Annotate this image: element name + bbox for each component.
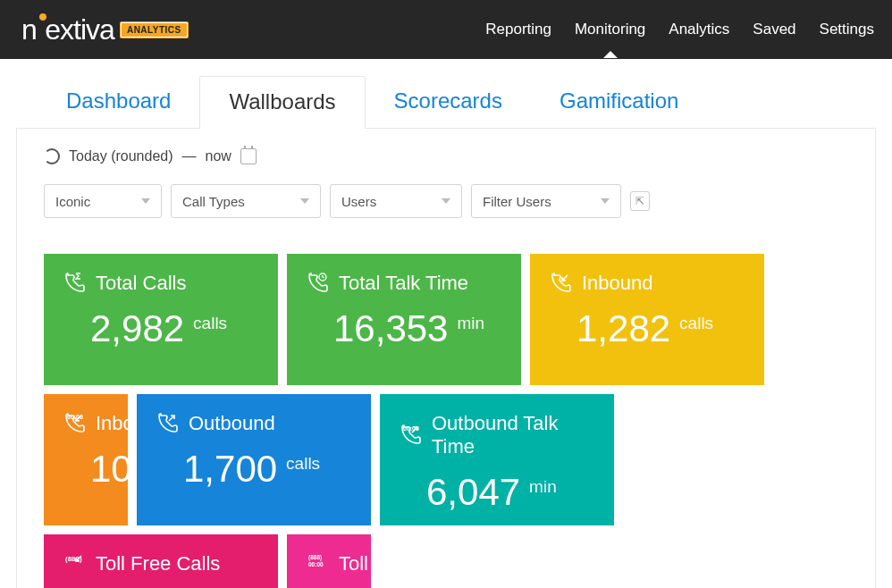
brand-logo: n•extiva ANALYTICS [21, 13, 189, 46]
tile-header: (888)Toll Free Calls [63, 552, 258, 575]
chevron-down-icon [442, 198, 450, 204]
tile-title: Total Talk Time [339, 272, 468, 295]
tile-unit: calls [193, 314, 227, 333]
svg-text:(888): (888) [65, 555, 82, 563]
topbar: n•extiva ANALYTICS Reporting Monitoring … [0, 0, 892, 59]
tile-header: Inbound [550, 272, 745, 295]
date-range-sep: — [182, 148, 197, 164]
main-nav: Reporting Monitoring Analytics Saved Set… [485, 21, 874, 38]
sub-tabs: Dashboard Wallboards Scorecards Gamifica… [16, 59, 876, 129]
phone-out-icon [156, 412, 180, 435]
users-select[interactable]: Users [330, 184, 462, 218]
chevron-down-icon [300, 198, 309, 204]
svg-text:00:00: 00:00 [403, 425, 419, 432]
select-value: Users [341, 194, 376, 209]
tollfree-clock-icon: (888)00:00 [307, 552, 330, 575]
chevron-down-icon [601, 198, 610, 204]
tile-value-row: 2,982calls [63, 307, 258, 350]
metric-tile[interactable]: Inbound1,282calls [530, 254, 764, 385]
tile-value: 10,306 [90, 448, 128, 491]
date-range-end[interactable]: now [206, 148, 231, 164]
tile-title: Inbound [582, 272, 653, 295]
nav-reporting[interactable]: Reporting [485, 21, 551, 38]
tile-title: Outbound [189, 412, 275, 435]
nav-settings[interactable]: Settings [820, 21, 874, 38]
refresh-icon[interactable] [44, 148, 60, 164]
metric-tile[interactable]: (888)00:00Toll Free Talk Time0min [287, 534, 371, 588]
tile-value-row: 6,047min [400, 471, 594, 514]
svg-text:00:00: 00:00 [308, 561, 324, 567]
logo-text: e [45, 13, 60, 46]
tile-header: (888)00:00Toll Free Talk Time [307, 552, 371, 575]
phone-clock-icon [307, 272, 330, 295]
phone-out-clock-icon: 00:00 [400, 424, 423, 447]
tile-value: 2,982 [90, 307, 184, 350]
tile-title: Toll Free Talk Time [339, 552, 371, 575]
metric-tile[interactable]: Outbound1,700calls [137, 394, 371, 525]
tile-value-row: 16,353min [307, 307, 501, 350]
tile-title: Inbound Talk Time [96, 412, 128, 435]
metric-tile[interactable]: (888)Toll Free Calls0calls [44, 534, 278, 588]
svg-text:00:00: 00:00 [67, 414, 83, 420]
logo-text: xtiva [60, 13, 114, 46]
calltypes-select[interactable]: Call Types [171, 184, 321, 218]
date-range-row: Today (rounded) — now [44, 148, 848, 164]
nav-analytics[interactable]: Analytics [669, 21, 729, 38]
tile-value-row: 1,282calls [550, 307, 745, 350]
tile-unit: calls [286, 454, 320, 474]
tile-header: Outbound [156, 412, 351, 435]
tab-gamification[interactable]: Gamification [531, 76, 707, 128]
tile-unit: min [457, 314, 484, 333]
tile-title: Toll Free Calls [96, 552, 220, 575]
tab-scorecards[interactable]: Scorecards [366, 76, 531, 128]
tile-value: 16,353 [333, 307, 448, 350]
calendar-icon[interactable] [240, 148, 257, 164]
metric-tile[interactable]: 00:00Outbound Talk Time6,047min [380, 394, 614, 525]
popout-icon: ⇱ [635, 195, 644, 207]
tile-header: 00:00Outbound Talk Time [400, 412, 594, 458]
tab-dashboard[interactable]: Dashboard [38, 76, 199, 128]
logo-text: n [21, 13, 37, 46]
tile-header: 00:00Inbound Talk Time [63, 412, 128, 435]
tile-header: Total Talk Time [307, 272, 501, 295]
phone-in-clock-icon: 00:00 [63, 412, 87, 435]
filter-row: Iconic Call Types Users Filter Users ⇱ [44, 184, 848, 218]
tile-value: 1,282 [576, 307, 670, 350]
tile-value: 6,047 [426, 471, 520, 514]
tab-wallboards[interactable]: Wallboards [199, 76, 365, 129]
nav-monitoring[interactable]: Monitoring [575, 21, 645, 38]
metric-tile[interactable]: 00:00Inbound Talk Time10,306min [44, 394, 128, 525]
tile-header: Total Calls [63, 272, 258, 295]
tollfree-icon: (888) [63, 552, 87, 575]
select-value: Iconic [55, 194, 90, 209]
layout-select[interactable]: Iconic [44, 184, 162, 218]
logo-badge: ANALYTICS [120, 21, 189, 38]
metric-tile[interactable]: Total Talk Time16,353min [287, 254, 521, 385]
svg-text:(888): (888) [308, 554, 322, 561]
nav-saved[interactable]: Saved [753, 21, 795, 38]
panel: Today (rounded) — now Iconic Call Types … [16, 129, 876, 588]
tile-unit: calls [679, 314, 713, 333]
tile-grid: Total Calls2,982callsTotal Talk Time16,3… [44, 254, 848, 588]
tile-value: 1,700 [183, 448, 277, 491]
phone-in-icon [550, 272, 573, 295]
tile-value-row: 10,306min [63, 448, 128, 491]
date-range-label[interactable]: Today (rounded) [69, 148, 173, 164]
chevron-down-icon [141, 198, 150, 204]
tile-title: Total Calls [96, 272, 186, 295]
tile-value-row: 1,700calls [156, 448, 351, 491]
popout-button[interactable]: ⇱ [630, 191, 650, 211]
tile-unit: min [529, 477, 557, 497]
select-value: Filter Users [483, 194, 551, 209]
phone-total-icon [63, 272, 87, 295]
filterusers-select[interactable]: Filter Users [471, 184, 621, 218]
metric-tile[interactable]: Total Calls2,982calls [44, 254, 278, 385]
tile-title: Outbound Talk Time [432, 412, 594, 458]
select-value: Call Types [182, 194, 245, 209]
